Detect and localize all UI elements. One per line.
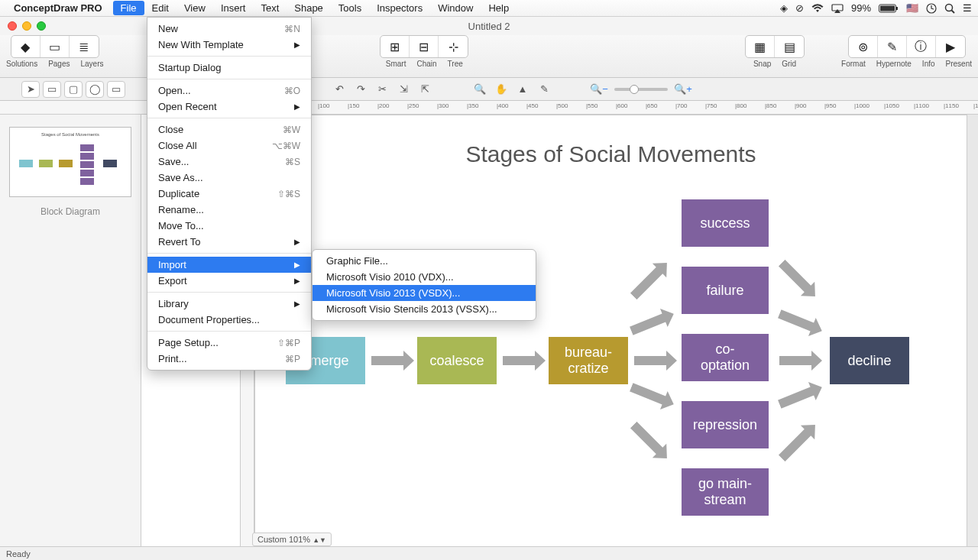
zoom-slider[interactable]: [614, 88, 668, 91]
import-submenu: Graphic File...Microsoft Visio 2010 (VDX…: [312, 249, 536, 321]
chain-button[interactable]: ⊟: [410, 36, 439, 57]
file-menu-page-setup-[interactable]: Page Setup...⇧⌘P: [147, 335, 311, 351]
minimize-window-icon[interactable]: [22, 21, 31, 31]
hand-icon[interactable]: ✋: [492, 81, 510, 98]
svg-marker-15: [627, 418, 674, 465]
box-decline[interactable]: decline: [830, 337, 909, 384]
arrow-icon: [776, 377, 827, 415]
file-menu-move-to-[interactable]: Move To...: [147, 218, 311, 234]
ellipse-tool[interactable]: ◯: [86, 81, 104, 98]
search-icon[interactable]: 🔍: [471, 81, 489, 98]
box-success[interactable]: success: [682, 199, 769, 247]
link-icon[interactable]: ⇲: [394, 81, 413, 98]
battery-icon[interactable]: [879, 4, 899, 13]
thumb-title: Stages of Social Movements: [10, 128, 131, 137]
menu-insert[interactable]: Insert: [213, 1, 254, 15]
break-icon[interactable]: ⇱: [416, 81, 434, 98]
flag-icon[interactable]: 🇺🇸: [906, 2, 918, 14]
battery-percent: 99%: [851, 2, 871, 14]
box-bureau[interactable]: bureau-cratize: [549, 337, 628, 384]
box-gomain[interactable]: go main-stream: [682, 468, 769, 516]
file-menu-export[interactable]: Export▶: [147, 273, 311, 289]
zoom-readout[interactable]: Custom 101% ▲▼: [252, 532, 332, 546]
svg-line-7: [952, 10, 955, 13]
drawing-canvas[interactable]: Stages of Social Movements emergecoalesc…: [254, 115, 967, 560]
snap-button[interactable]: ▦: [746, 36, 775, 57]
format-button[interactable]: ⊚: [849, 36, 878, 57]
file-menu-save-[interactable]: Save...⌘S: [147, 154, 311, 170]
select-tool[interactable]: ▭: [43, 81, 61, 98]
solutions-button[interactable]: ◆: [11, 36, 40, 57]
menu-file[interactable]: File: [113, 1, 144, 15]
file-menu-rename-[interactable]: Rename...: [147, 202, 311, 218]
svg-rect-3: [880, 5, 895, 11]
svg-marker-14: [627, 378, 677, 414]
eyedropper-icon[interactable]: ✎: [535, 81, 553, 98]
box-repress[interactable]: repression: [682, 401, 769, 448]
file-menu-new-with-template[interactable]: New With Template▶: [147, 37, 311, 53]
file-menu-open-[interactable]: Open...⌘O: [147, 83, 311, 99]
import-microsoft-visio-2013-vsdx-[interactable]: Microsoft Visio 2013 (VSDX)...: [313, 285, 536, 301]
clock-status-icon[interactable]: ⊘: [795, 2, 804, 14]
file-menu-import[interactable]: Import▶: [147, 257, 311, 273]
tree-button[interactable]: ⊹: [439, 36, 468, 57]
grid-button[interactable]: ▤: [775, 36, 804, 57]
menu-window[interactable]: Window: [430, 1, 481, 15]
file-menu-close[interactable]: Close⌘W: [147, 121, 311, 138]
import-graphic-file-[interactable]: Graphic File...: [313, 253, 536, 269]
smart-button[interactable]: ⊞: [381, 36, 410, 57]
pointer-tool[interactable]: ➤: [21, 81, 40, 98]
hypernote-button[interactable]: ✎: [878, 36, 907, 57]
file-menu-startup-dialog[interactable]: Startup Dialog: [147, 60, 311, 76]
rect-tool[interactable]: ▢: [64, 81, 83, 98]
window-title: Untitled 2: [468, 21, 510, 32]
svg-point-6: [946, 4, 953, 11]
box-coalesce[interactable]: coalesce: [417, 337, 497, 384]
box-failure[interactable]: failure: [682, 267, 769, 314]
file-menu-revert-to[interactable]: Revert To▶: [147, 234, 311, 250]
import-microsoft-visio-2010-vdx-[interactable]: Microsoft Visio 2010 (VDX)...: [313, 269, 536, 285]
zoom-out-icon[interactable]: 🔍−: [590, 81, 608, 98]
app-name[interactable]: ConceptDraw PRO: [14, 2, 102, 14]
stamp-icon[interactable]: ▲: [513, 81, 532, 98]
svg-marker-11: [634, 351, 677, 371]
close-window-icon[interactable]: [8, 21, 17, 31]
zoom-window-icon[interactable]: [37, 21, 46, 31]
page-thumbnail[interactable]: Stages of Social Movements: [9, 127, 131, 197]
pages-button[interactable]: ▭: [40, 36, 70, 57]
menu-help[interactable]: Help: [481, 1, 517, 15]
import-microsoft-visio-stencils-2013-vssx-[interactable]: Microsoft Visio Stencils 2013 (VSSX)...: [313, 301, 536, 317]
menu-inspectors[interactable]: Inspectors: [369, 1, 430, 15]
sync-icon[interactable]: ◈: [780, 2, 788, 14]
file-menu-open-recent[interactable]: Open Recent▶: [147, 99, 311, 115]
redo-icon[interactable]: ↷: [351, 81, 370, 98]
file-menu-save-as-[interactable]: Save As...: [147, 170, 311, 186]
cut-icon[interactable]: ✂: [373, 81, 391, 98]
svg-rect-4: [896, 7, 898, 10]
present-button[interactable]: ▶: [936, 36, 965, 57]
file-menu-new[interactable]: New⌘N: [147, 21, 311, 37]
rrect-tool[interactable]: ▭: [107, 81, 125, 98]
undo-icon[interactable]: ↶: [330, 81, 348, 98]
info-button[interactable]: ⓘ: [907, 36, 936, 57]
layers-button[interactable]: ≣: [70, 36, 99, 57]
spotlight-icon[interactable]: [944, 3, 955, 14]
file-menu-duplicate[interactable]: Duplicate⇧⌘S: [147, 186, 311, 202]
box-coopt[interactable]: co-optation: [682, 334, 769, 381]
menu-shape[interactable]: Shape: [287, 1, 331, 15]
file-menu-print-[interactable]: Print...⌘P: [147, 351, 311, 367]
zoom-in-icon[interactable]: 🔍+: [674, 81, 692, 98]
svg-marker-17: [775, 256, 822, 303]
wifi-icon[interactable]: [811, 4, 824, 13]
menu-edit[interactable]: Edit: [144, 1, 176, 15]
status-bar: Ready: [0, 546, 978, 560]
clock-icon[interactable]: [926, 3, 937, 14]
file-menu-document-properties-[interactable]: Document Properties...: [147, 312, 311, 328]
menu-text[interactable]: Text: [253, 1, 287, 15]
file-menu-library[interactable]: Library▶: [147, 296, 311, 312]
menu-view[interactable]: View: [176, 1, 213, 15]
file-menu-close-all[interactable]: Close All⌥⌘W: [147, 138, 311, 154]
menu-tools[interactable]: Tools: [331, 1, 369, 15]
airplay-icon[interactable]: [831, 4, 844, 13]
menu-icon[interactable]: ☰: [963, 2, 972, 14]
